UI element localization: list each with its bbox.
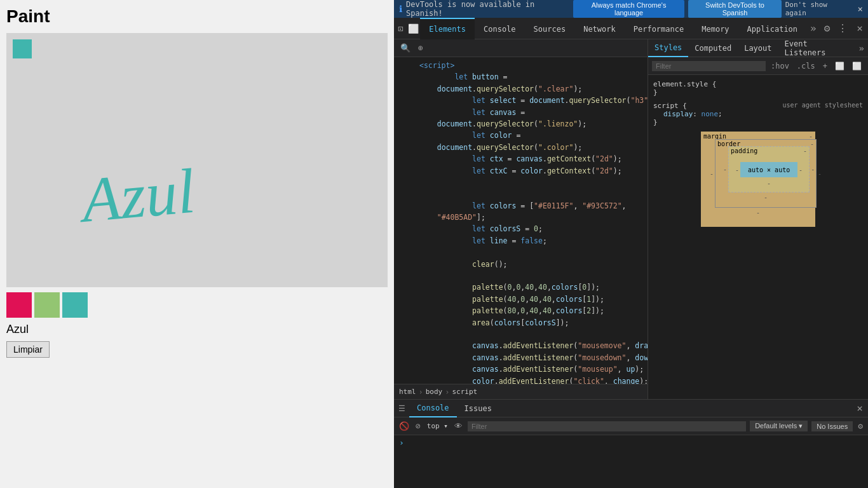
inspect-element-icon[interactable]: ⊡ [394,18,407,39]
console-settings-icon[interactable]: ⚙ [857,420,864,432]
code-line: area(colors[colorsS]); [394,317,648,329]
styles-tabs: Styles Computed Layout Event Listeners » [648,39,868,57]
tab-styles[interactable]: Styles [648,39,688,57]
script-selector-line: script { user agent stylesheet [653,102,863,110]
styles-panel: Styles Computed Layout Event Listeners »… [648,39,868,399]
more-options-icon[interactable]: ⋮ [834,22,851,34]
console-eye-icon[interactable]: 👁 [453,420,464,432]
always-match-language-button[interactable]: Always match Chrome's language [573,0,684,18]
tab-network[interactable]: Network [574,18,625,39]
border-bottom-value: - [764,194,768,201]
devtools-panel: ℹ DevTools is now available in Spanish! … [394,0,868,488]
code-line: let colors = ["#E0115F", "#93C572", [394,200,648,212]
console-prompt[interactable]: › [399,438,404,447]
tab-issues[interactable]: Issues [457,400,499,417]
code-editor[interactable]: <script> let button = document.querySele… [394,57,648,384]
breadcrumb-sep1: › [419,388,423,396]
code-line: palette(40,0,40,40,colors[1]); [394,294,648,305]
code-line: let canvas = [394,107,648,118]
more-styles-tabs-icon[interactable]: » [855,43,868,53]
tab-event-listeners[interactable]: Event Listeners [778,39,855,57]
elements-toolbar: 🔍 ⊕ [394,39,648,57]
tab-memory[interactable]: Memory [693,18,738,39]
devtools-close-icon[interactable]: × [851,22,868,34]
code-line: let colorsS = 0; [394,223,648,234]
code-line: let select = document.querySelector("h3"… [394,95,648,106]
code-line: document.querySelector(".lienzo"); [394,118,648,130]
breadcrumb-html[interactable]: html [399,388,416,396]
swatch-green[interactable] [34,292,60,318]
paint-app: Paint Azul Azul Limpiar [0,0,394,488]
tab-layout[interactable]: Layout [738,39,778,57]
settings-icon[interactable]: ⚙ [820,22,834,34]
display-prop: display: none; [653,110,863,118]
console-body[interactable]: › [394,435,868,488]
margin-box: margin - - border - - padding [701,132,815,227]
console-panel: ☰ Console Issues × 🚫 ⊘ top ▾ 👁 Default l… [394,399,868,488]
dont-show-again-link[interactable]: Don't show again [785,1,850,17]
node-picker-icon[interactable]: ⊕ [416,42,426,54]
color-swatches [6,292,388,318]
default-levels-button[interactable]: Default levels ▾ [750,421,808,431]
border-top-value: - [810,140,814,147]
code-line [394,329,648,340]
code-line: document.querySelector(".clear"); [394,83,648,95]
console-block-icon[interactable]: ⊘ [414,420,422,432]
search-elements-icon[interactable]: 🔍 [398,42,413,54]
cls-button[interactable]: .cls [794,60,818,72]
code-line [394,188,648,200]
swatch-red[interactable] [6,292,32,318]
device-toolbar-icon[interactable]: ⬜ [407,18,421,39]
padding-left-value: - [734,166,740,173]
devtools-tabs: ⊡ ⬜ Elements Console Sources Network Per… [394,18,868,39]
tab-computed[interactable]: Computed [688,39,738,57]
breadcrumb-script[interactable]: script [452,388,477,396]
no-issues-button[interactable]: No Issues [811,421,853,431]
code-line [394,177,648,188]
tab-application[interactable]: Application [738,18,806,39]
notification-text: DevTools is now available in Spanish! [406,0,569,18]
console-clear-icon[interactable]: 🚫 [398,420,410,432]
tab-console-bottom[interactable]: Console [409,400,457,417]
code-line: let color = [394,130,648,141]
styles-filter-input[interactable] [652,61,766,71]
console-filter-input[interactable] [468,421,746,431]
notification-close-icon[interactable]: × [858,4,863,14]
add-style-rule-icon[interactable]: + [820,60,830,72]
swatch-teal[interactable] [62,292,88,318]
more-style-options-icon[interactable]: ⬜ [850,60,864,72]
code-line: palette(0,0,40,40,colors[0]); [394,281,648,293]
code-line: canvas.addEventListener("mouseup", up); [394,363,648,375]
selected-color-indicator [13,39,32,58]
code-line: let line = false; [394,235,648,247]
notification-bar: ℹ DevTools is now available in Spanish! … [394,0,868,18]
elements-panel: 🔍 ⊕ <script> let button = document.query… [394,39,648,399]
margin-right-value: - [817,170,823,177]
console-close-icon[interactable]: × [851,402,868,414]
breadcrumb-sep2: › [445,388,449,396]
tab-elements[interactable]: Elements [420,18,475,39]
padding-label: padding [731,147,757,154]
styles-toolbar: :hov .cls + ⬜ ⬜ [648,57,868,75]
console-menu-icon[interactable]: ☰ [394,400,409,417]
padding-top-value: - [803,147,807,154]
box-model-diagram: margin - - border - - padding [653,132,863,227]
tab-console[interactable]: Console [475,18,525,39]
breadcrumb-body[interactable]: body [426,388,443,396]
border-box: border - - padding - - au [715,139,817,208]
tab-performance[interactable]: Performance [625,18,693,39]
code-line: document.querySelector(".color"); [394,142,648,153]
more-tabs-icon[interactable]: » [806,22,820,34]
hov-button[interactable]: :hov [768,60,792,72]
new-style-rule-icon[interactable]: ⬜ [832,60,847,72]
code-line [394,247,648,258]
switch-devtools-language-button[interactable]: Switch DevTools to Spanish [688,0,781,18]
margin-bottom-value: - [756,209,760,216]
code-line: palette(80,0,40,40,colors[2]); [394,305,648,316]
console-context-selector[interactable]: top ▾ [426,421,449,431]
paint-canvas[interactable]: Azul [6,33,388,287]
console-tabs: ☰ Console Issues × [394,400,868,417]
tab-sources[interactable]: Sources [525,18,575,39]
clear-button[interactable]: Limpiar [6,341,50,358]
element-style-selector: element.style { [653,80,863,88]
